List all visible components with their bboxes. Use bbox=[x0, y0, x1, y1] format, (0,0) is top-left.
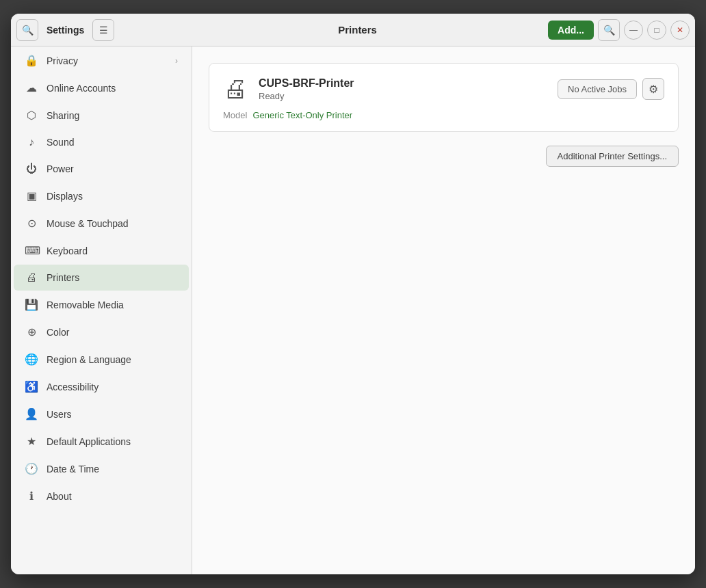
window-body: 🔒 Privacy › ☁ Online Accounts ⬡ Sharing … bbox=[11, 46, 695, 574]
accessibility-icon: ♿ bbox=[25, 380, 38, 393]
keyboard-icon: ⌨ bbox=[25, 244, 38, 257]
settings-window: 🔍 Settings ☰ Printers Add... 🔍 — □ ✕ 🔒 P… bbox=[11, 14, 695, 574]
sidebar-label-mouse: Mouse & Touchpad bbox=[47, 218, 178, 229]
sidebar-label-users: Users bbox=[47, 409, 178, 420]
privacy-icon: 🔒 bbox=[25, 54, 38, 67]
sidebar-item-printers[interactable]: 🖨 Printers bbox=[14, 265, 189, 291]
titlebar: 🔍 Settings ☰ Printers Add... 🔍 — □ ✕ bbox=[11, 14, 695, 46]
minimize-button[interactable]: — bbox=[624, 21, 643, 40]
page-title: Printers bbox=[167, 24, 548, 36]
printer-info: 🖨 CUPS-BRF-Printer Ready bbox=[223, 75, 354, 103]
sidebar-label-about: About bbox=[47, 491, 178, 502]
sidebar-item-sound[interactable]: ♪ Sound bbox=[14, 129, 189, 155]
users-icon: 👤 bbox=[25, 407, 38, 420]
printer-name: CUPS-BRF-Printer bbox=[259, 77, 354, 90]
sidebar-item-default-applications[interactable]: ★ Default Applications bbox=[14, 428, 189, 455]
titlebar-left: 🔍 Settings ☰ bbox=[16, 19, 167, 41]
printer-card: 🖨 CUPS-BRF-Printer Ready No Active Jobs … bbox=[209, 63, 679, 132]
sidebar-item-power[interactable]: ⏻ Power bbox=[14, 156, 189, 182]
power-icon: ⏻ bbox=[25, 163, 38, 175]
sidebar-item-accessibility[interactable]: ♿ Accessibility bbox=[14, 373, 189, 400]
sidebar-label-online-accounts: Online Accounts bbox=[47, 83, 178, 94]
sidebar-label-displays: Displays bbox=[47, 191, 178, 202]
sharing-icon: ⬡ bbox=[25, 109, 38, 122]
displays-icon: ▣ bbox=[25, 189, 38, 202]
additional-printer-settings-button[interactable]: Additional Printer Settings... bbox=[546, 146, 679, 167]
sidebar-label-removable: Removable Media bbox=[47, 299, 178, 310]
sidebar: 🔒 Privacy › ☁ Online Accounts ⬡ Sharing … bbox=[11, 46, 192, 574]
sidebar-item-sharing[interactable]: ⬡ Sharing bbox=[14, 102, 189, 129]
sidebar-item-about[interactable]: ℹ About bbox=[14, 483, 189, 509]
region-icon: 🌐 bbox=[25, 353, 38, 366]
model-value: Generic Text-Only Printer bbox=[252, 110, 352, 120]
printer-header: 🖨 CUPS-BRF-Printer Ready No Active Jobs … bbox=[223, 75, 664, 103]
printer-details: CUPS-BRF-Printer Ready bbox=[259, 77, 354, 101]
sidebar-item-date-time[interactable]: 🕐 Date & Time bbox=[14, 455, 189, 482]
printer-model: Model Generic Text-Only Printer bbox=[223, 110, 664, 120]
sidebar-label-printers: Printers bbox=[47, 272, 178, 283]
search-button[interactable]: 🔍 bbox=[16, 19, 38, 41]
chevron-icon: › bbox=[175, 56, 178, 66]
sidebar-label-color: Color bbox=[47, 327, 178, 338]
printers-icon: 🖨 bbox=[25, 271, 38, 284]
sidebar-item-users[interactable]: 👤 Users bbox=[14, 401, 189, 427]
printer-icon: 🖨 bbox=[223, 75, 248, 103]
sidebar-item-mouse-touchpad[interactable]: ⊙ Mouse & Touchpad bbox=[14, 210, 189, 237]
printer-settings-button[interactable]: ⚙ bbox=[642, 78, 664, 100]
app-title: Settings bbox=[41, 25, 90, 36]
default-apps-icon: ★ bbox=[25, 435, 38, 448]
sidebar-label-sound: Sound bbox=[47, 137, 178, 148]
sidebar-label-keyboard: Keyboard bbox=[47, 245, 178, 256]
header-search-button[interactable]: 🔍 bbox=[598, 19, 620, 41]
sidebar-item-keyboard[interactable]: ⌨ Keyboard bbox=[14, 237, 189, 264]
sidebar-label-default-apps: Default Applications bbox=[47, 436, 178, 447]
color-icon: ⊕ bbox=[25, 325, 38, 338]
maximize-button[interactable]: □ bbox=[647, 21, 666, 40]
sidebar-label-sharing: Sharing bbox=[47, 110, 178, 121]
datetime-icon: 🕐 bbox=[25, 462, 38, 475]
sidebar-label-region: Region & Language bbox=[47, 354, 178, 365]
add-printer-button[interactable]: Add... bbox=[548, 21, 594, 40]
menu-button[interactable]: ☰ bbox=[92, 19, 114, 41]
sidebar-item-displays[interactable]: ▣ Displays bbox=[14, 183, 189, 209]
sidebar-label-accessibility: Accessibility bbox=[47, 382, 178, 392]
sidebar-item-online-accounts[interactable]: ☁ Online Accounts bbox=[14, 75, 189, 101]
printer-actions: No Active Jobs ⚙ bbox=[558, 78, 664, 100]
sidebar-item-removable-media[interactable]: 💾 Removable Media bbox=[14, 291, 189, 318]
sidebar-label-privacy: Privacy bbox=[47, 55, 167, 66]
sound-icon: ♪ bbox=[25, 136, 38, 148]
online-accounts-icon: ☁ bbox=[25, 81, 38, 94]
sidebar-item-color[interactable]: ⊕ Color bbox=[14, 319, 189, 345]
titlebar-right: Add... 🔍 — □ ✕ bbox=[548, 19, 690, 41]
about-icon: ℹ bbox=[25, 490, 38, 503]
sidebar-label-power: Power bbox=[47, 163, 178, 174]
printer-status: Ready bbox=[259, 91, 354, 101]
sidebar-item-region-language[interactable]: 🌐 Region & Language bbox=[14, 346, 189, 373]
sidebar-label-datetime: Date & Time bbox=[47, 464, 178, 475]
removable-media-icon: 💾 bbox=[25, 298, 38, 311]
main-content: 🖨 CUPS-BRF-Printer Ready No Active Jobs … bbox=[192, 46, 695, 574]
model-label: Model bbox=[223, 110, 247, 120]
no-active-jobs-button[interactable]: No Active Jobs bbox=[558, 79, 637, 99]
close-button[interactable]: ✕ bbox=[670, 21, 690, 40]
sidebar-item-privacy[interactable]: 🔒 Privacy › bbox=[14, 47, 189, 74]
mouse-icon: ⊙ bbox=[25, 217, 38, 230]
additional-settings-container: Additional Printer Settings... bbox=[209, 146, 679, 167]
